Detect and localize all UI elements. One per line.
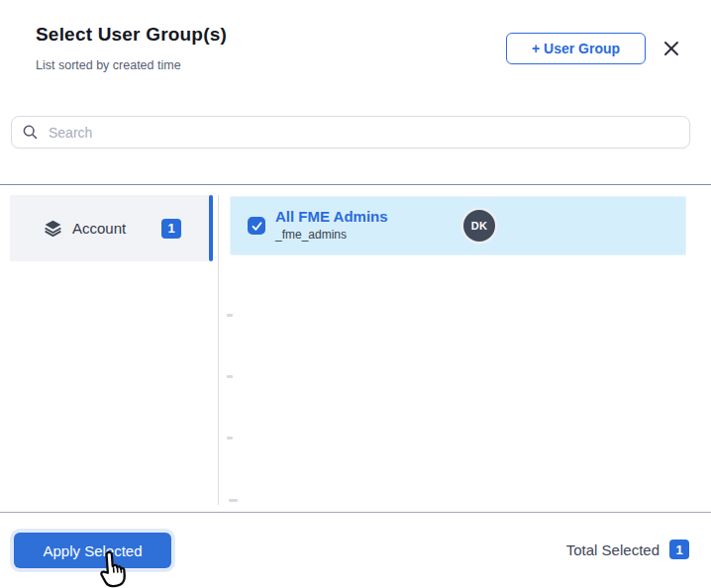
layers-icon <box>43 218 63 239</box>
panel-divider <box>218 195 219 505</box>
select-user-group-dialog: Select User Group(s) List sorted by crea… <box>0 0 711 588</box>
page-title: Select User Group(s) <box>36 24 227 46</box>
search-icon <box>22 124 39 141</box>
group-name: All FME Admins <box>275 208 388 225</box>
sidebar-active-indicator <box>209 195 213 261</box>
list-placeholder-dot <box>229 499 238 502</box>
list-placeholder-dot <box>227 314 233 317</box>
footer-separator <box>0 512 711 513</box>
apply-selected-button[interactable]: Apply Selected <box>14 533 171 568</box>
sort-hint-text: List sorted by created time <box>36 58 181 72</box>
apply-selected-label: Apply Selected <box>43 542 142 559</box>
total-selected-group: Total Selected 1 <box>566 539 689 559</box>
group-checkbox-checked[interactable] <box>248 217 265 235</box>
list-placeholder-dot <box>227 375 233 378</box>
list-placeholder-dot <box>227 437 233 440</box>
search-input[interactable] <box>47 124 679 142</box>
add-user-group-label: + User Group <box>532 41 620 56</box>
close-icon <box>662 40 680 60</box>
search-box[interactable] <box>11 116 690 148</box>
add-user-group-button[interactable]: + User Group <box>506 33 646 64</box>
group-code: _fme_admins <box>275 228 347 242</box>
sidebar-item-label: Account <box>72 220 126 237</box>
total-selected-badge: 1 <box>669 539 689 559</box>
header-separator <box>0 184 711 185</box>
total-selected-label: Total Selected <box>566 541 660 558</box>
user-group-row[interactable]: All FME Admins _fme_admins DK <box>230 196 686 255</box>
avatar: DK <box>463 210 495 242</box>
sidebar-item-account[interactable]: Account 1 <box>10 195 209 261</box>
close-button[interactable] <box>660 38 683 61</box>
account-count-badge: 1 <box>161 219 181 239</box>
